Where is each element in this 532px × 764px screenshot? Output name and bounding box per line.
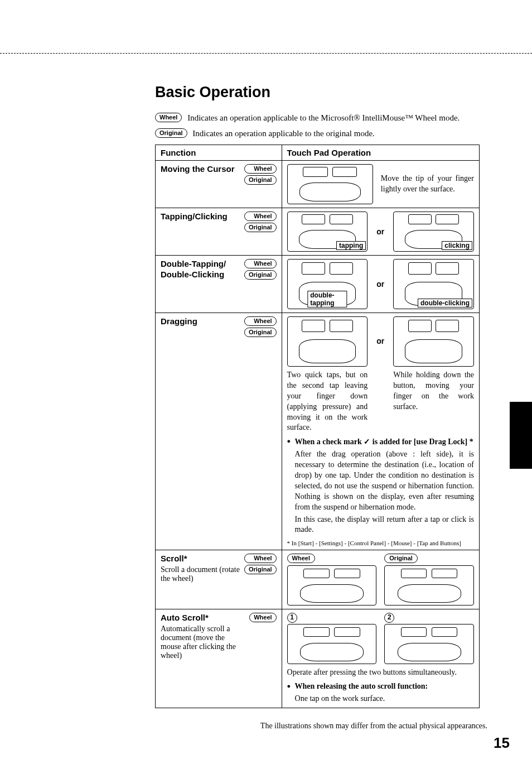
page-number: 15: [494, 734, 510, 752]
touchpad-illustration: clicking: [393, 212, 474, 252]
wheel-pill-icon: Wheel: [244, 164, 277, 174]
op-move: Move the tip of your finger lightly over…: [287, 164, 474, 204]
mode-pills: Wheel Original: [244, 259, 277, 281]
drag-lock-bullet: When a check mark ✓ is added for [use Dr…: [287, 436, 474, 448]
mode-pills: Wheel Original: [244, 316, 277, 339]
op-auto: 1 2: [287, 613, 474, 664]
original-pill-icon: Original: [244, 328, 277, 337]
row-auto-scroll: Auto Scroll* Automatically scroll a docu…: [156, 609, 480, 708]
wheel-pill-icon: Wheel: [287, 554, 315, 563]
op-drag-figs: Two quick taps, but on the second tap le…: [287, 316, 474, 433]
intro-original-text: Indicates an operation applicable to the…: [192, 129, 375, 138]
fn-title: Auto Scroll*: [161, 613, 244, 622]
row-double: Double-Tapping/ Double-Clicking Wheel Or…: [156, 256, 480, 313]
or-label: or: [375, 227, 385, 236]
touchpad-illustration: [384, 624, 474, 664]
fn-tapping: Tapping/Clicking Wheel Original: [161, 212, 277, 230]
fn-dragging: Dragging Wheel Original: [161, 316, 277, 335]
footer-note: The illustrations shown may differ from …: [175, 722, 487, 731]
intro-original: Original Indicates an operation applicab…: [155, 127, 480, 140]
touchpad-illustration: double-tapping: [287, 259, 368, 309]
top-rule: [0, 53, 532, 54]
fn-auto-scroll: Auto Scroll* Automatically scroll a docu…: [161, 613, 277, 660]
wheel-pill-icon: Wheel: [249, 613, 276, 622]
step-number-1: 1: [287, 613, 297, 623]
touchpad-illustration: [287, 164, 373, 204]
fn-title-b: Double-Clicking: [161, 270, 244, 279]
checkmark-icon: ✓: [364, 437, 370, 446]
mode-pills: Wheel Original: [244, 164, 277, 186]
auto-bullet-text: When releasing the auto scroll function:: [295, 682, 428, 690]
touchpad-illustration: [287, 565, 377, 606]
intro-wheel: Wheel Indicates an operation applicable …: [155, 111, 480, 124]
touchpad-illustration: [287, 316, 368, 367]
touchpad-illustration: [384, 565, 474, 606]
wheel-pill-icon: Wheel: [244, 212, 277, 221]
caption-tapping: tapping: [336, 241, 366, 250]
op-tap: tapping or clicking: [287, 212, 474, 252]
operations-table: Function Touch Pad Operation Moving the …: [155, 145, 480, 708]
row-moving-cursor: Moving the Cursor Wheel Original: [156, 161, 480, 208]
original-pill-icon: Original: [244, 565, 277, 574]
fn-title: Dragging: [161, 316, 244, 326]
fn-title-a: Double-Tapping/: [161, 259, 244, 268]
drag-indent-1: After the drag operation (above : left s…: [287, 449, 474, 512]
or-label: or: [375, 337, 385, 345]
touchpad-illustration: tapping: [287, 212, 368, 252]
drag-right-text: While holding down the button, moving yo…: [393, 370, 474, 412]
header-function: Function: [156, 145, 282, 161]
row-tapping: Tapping/Clicking Wheel Original tapping: [156, 208, 480, 256]
page-title: Basic Operation: [155, 84, 480, 101]
wheel-pill-icon: Wheel: [244, 316, 277, 326]
table-header-row: Function Touch Pad Operation: [156, 145, 480, 161]
original-pill-icon: Original: [384, 554, 418, 563]
auto-bullet: When releasing the auto scroll function:: [287, 681, 474, 692]
mode-pills: Wheel Original: [244, 212, 277, 234]
fn-moving: Moving the Cursor Wheel Original: [161, 164, 277, 183]
wheel-pill-icon: Wheel: [244, 554, 277, 563]
drag-left-text: Two quick taps, but on the second tap le…: [287, 370, 368, 433]
intro-wheel-text: Indicates an operation applicable to the…: [187, 113, 460, 122]
touchpad-illustration: [393, 316, 474, 367]
touchpad-illustration: double-clicking: [393, 259, 474, 309]
op-scroll: Wheel Original: [287, 554, 474, 606]
fn-double: Double-Tapping/ Double-Clicking Wheel Or…: [161, 259, 277, 279]
auto-indent: One tap on the work surface.: [287, 694, 474, 704]
drag-indent-2: In this case, the display will return af…: [287, 515, 474, 536]
page: Basic Operation Wheel Indicates an opera…: [0, 0, 532, 764]
fn-scroll: Scroll* Scroll a document (rotate the wh…: [161, 554, 277, 583]
original-pill-icon: Original: [244, 270, 277, 280]
mode-pills: Wheel: [249, 613, 276, 624]
wheel-pill-icon: Wheel: [244, 259, 277, 268]
op-double: double-tapping or double-clicking: [287, 259, 474, 309]
touchpad-illustration: [287, 624, 377, 664]
caption-double-clicking: double-clicking: [418, 299, 472, 307]
fn-title: Moving the Cursor: [161, 164, 244, 174]
drag-bullet-a: When a check mark: [295, 438, 364, 446]
fn-title: Tapping/Clicking: [161, 212, 244, 221]
drag-bullet-b: is added for [use Drag Lock] *: [370, 438, 473, 446]
side-tab: [510, 402, 532, 469]
header-operation: Touch Pad Operation: [282, 145, 479, 161]
caption-clicking: clicking: [442, 241, 472, 250]
or-label: or: [375, 280, 385, 289]
fn-sub: Automatically scroll a document (move th…: [161, 624, 244, 660]
row-dragging: Dragging Wheel Original Two quic: [156, 313, 480, 550]
original-pill-icon: Original: [244, 175, 277, 185]
fn-title: Scroll*: [161, 554, 244, 563]
wheel-pill-icon: Wheel: [155, 113, 182, 122]
move-desc: Move the tip of your finger lightly over…: [381, 174, 474, 195]
mode-pills: Wheel Original: [244, 554, 277, 576]
step-number-2: 2: [384, 613, 394, 623]
original-pill-icon: Original: [244, 223, 277, 232]
row-scroll: Scroll* Scroll a document (rotate the wh…: [156, 550, 480, 609]
original-pill-icon: Original: [155, 128, 187, 138]
drag-footnote: * In [Start] - [Settings] - [Control Pan…: [287, 540, 474, 546]
content: Basic Operation Wheel Indicates an opera…: [155, 84, 480, 708]
caption-double-tapping: double-tapping: [307, 291, 347, 307]
auto-line1: Operate after pressing the two buttons s…: [287, 667, 474, 678]
fn-sub: Scroll a document (rotate the wheel): [161, 565, 244, 583]
